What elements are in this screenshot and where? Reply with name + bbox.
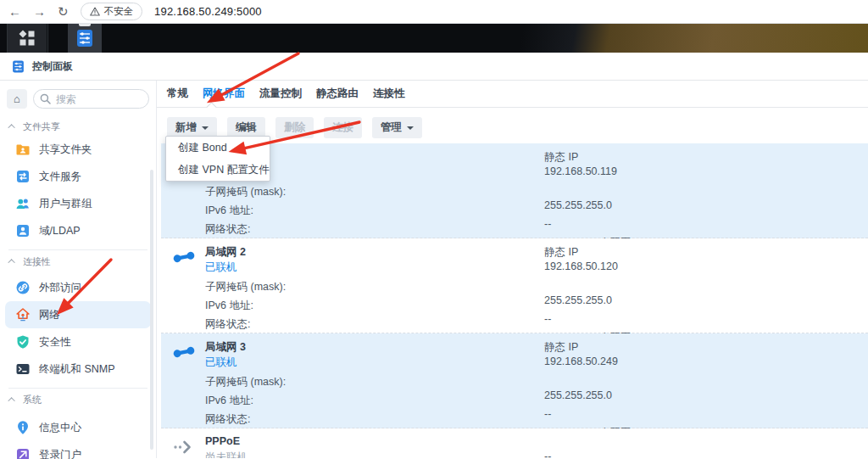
sidebar-item-network[interactable]: 网络	[5, 301, 151, 328]
interface-row-lan2[interactable]: 局域网 2 已联机 子网掩码 (mask): IPv6 地址: 网络状态: 静态…	[161, 238, 868, 333]
section-label: 文件共享	[23, 120, 60, 133]
ipv6-label: IPv6 地址:	[205, 296, 286, 315]
interface-status-link[interactable]: 已联机	[205, 260, 237, 275]
main-menu-button[interactable]	[8, 24, 47, 53]
sidebar-item-security[interactable]: 安全性	[5, 328, 151, 355]
taskbar-divider	[47, 24, 48, 53]
ip-value: 192.168.50.119	[544, 165, 687, 182]
sidebar-item-label: 终端机和 SNMP	[39, 362, 115, 377]
shared-folder-icon	[15, 142, 31, 157]
add-dropdown-menu: 创建 Bond 创建 VPN 配置文件	[165, 136, 270, 182]
ipv6-value: --	[544, 310, 687, 328]
browser-forward-icon[interactable]: →	[33, 5, 46, 18]
field-values: 静态 IP 192.168.50.249 255.255.255.0 -- 25…	[544, 340, 687, 442]
sidebar-item-label: 安全性	[39, 335, 71, 350]
sidebar-item-terminal-snmp[interactable]: 终端机和 SNMP	[5, 355, 151, 383]
tab-traffic-control[interactable]: 流量控制	[259, 87, 302, 101]
sidebar-item-info-center[interactable]: 信息中心	[5, 414, 151, 441]
sidebar-item-label: 外部访问	[39, 281, 81, 295]
apps-grid-icon	[18, 29, 36, 48]
net-status-label: 网络状态:	[205, 410, 286, 428]
manage-button[interactable]: 管理	[372, 117, 422, 138]
section-label: 连接性	[23, 255, 51, 268]
sidebar-item-file-services[interactable]: 文件服务	[5, 163, 151, 190]
ip-value: 192.168.50.249	[544, 355, 687, 372]
active-app-indicator	[79, 24, 91, 26]
window-titlebar: 控制面板	[0, 53, 868, 81]
sidebar-item-label: 登录门户	[39, 448, 81, 459]
site-security-chip[interactable]: 不安全	[81, 3, 143, 20]
mask-value: 255.255.255.0	[544, 291, 687, 310]
field-labels: 子网掩码 (mask): IPv6 地址: 网络状态:	[205, 372, 286, 428]
taskbar-control-panel-button[interactable]	[68, 24, 102, 53]
mask-label: 子网掩码 (mask):	[205, 277, 286, 296]
control-panel-icon	[11, 59, 25, 74]
section-label: 系统	[23, 394, 42, 406]
security-icon	[15, 334, 31, 350]
caret-down-icon	[407, 126, 414, 130]
sidebar-item-login-portal[interactable]: 登录门户	[5, 441, 151, 459]
active-tab-notch	[206, 102, 217, 113]
connect-button-label: 连接	[332, 120, 353, 135]
address-bar-url[interactable]: 192.168.50.249:5000	[154, 5, 262, 18]
sidebar-section-file-sharing[interactable]: 文件共享	[0, 117, 156, 136]
sidebar-section-system[interactable]: 系统	[0, 390, 156, 409]
ipv6-label: IPv6 地址:	[205, 391, 286, 410]
chevron-up-icon	[8, 259, 14, 266]
lan-connection-icon	[171, 344, 197, 361]
terminal-snmp-icon	[15, 361, 31, 377]
interface-row-pppoe[interactable]: PPPoE 尚未联机 --	[161, 428, 868, 458]
ipv6-label: IPv6 地址:	[205, 201, 286, 220]
security-label: 不安全	[104, 5, 134, 18]
interface-name: PPPoE	[205, 435, 240, 447]
browser-toolbar: ← → ↻ 不安全 192.168.50.249:5000	[0, 0, 868, 24]
sidebar-section-connectivity[interactable]: 连接性	[0, 252, 156, 271]
tab-network-interface[interactable]: 网络界面	[203, 87, 245, 101]
window-title: 控制面板	[32, 59, 73, 74]
sidebar-divider	[8, 249, 147, 250]
sidebar-item-shared-folder[interactable]: 共享文件夹	[5, 136, 151, 163]
sidebar: ⌂ 文件共享	[0, 81, 157, 458]
interface-status: 尚未联机	[205, 451, 248, 458]
file-service-icon	[15, 169, 31, 184]
browser-back-icon[interactable]: ←	[8, 5, 21, 18]
ip-type-value: 静态 IP	[544, 245, 687, 260]
interface-name: 局域网 2	[205, 245, 246, 260]
ipv6-value: --	[544, 405, 687, 423]
home-button[interactable]: ⌂	[7, 89, 27, 109]
ip-type-value: 静态 IP	[544, 150, 687, 165]
login-portal-icon	[15, 447, 31, 459]
browser-reload-icon[interactable]: ↻	[58, 5, 69, 18]
edit-button-label: 编辑	[236, 120, 257, 135]
control-panel-window: 控制面板 ⌂	[0, 53, 868, 459]
sidebar-item-external-access[interactable]: 外部访问	[5, 274, 151, 301]
sidebar-item-users-groups[interactable]: 用户与群组	[5, 190, 151, 217]
manage-button-label: 管理	[381, 120, 402, 135]
field-values: 静态 IP 192.168.50.119 255.255.255.0 -- 10…	[544, 150, 687, 252]
field-labels: 子网掩码 (mask): IPv6 地址: 网络状态:	[205, 277, 286, 333]
menu-item-create-bond[interactable]: 创建 Bond	[166, 137, 270, 159]
ip-value: 192.168.50.120	[544, 260, 687, 277]
ip-type-value: 静态 IP	[544, 340, 687, 355]
interface-row-lan3[interactable]: 局域网 3 已联机 子网掩码 (mask): IPv6 地址: 网络状态: 静态…	[161, 333, 868, 428]
sidebar-scrollbar[interactable]	[150, 170, 153, 450]
interface-status-link[interactable]: 已联机	[205, 355, 237, 370]
menu-item-create-vpn-profile[interactable]: 创建 VPN 配置文件	[166, 159, 270, 181]
sidebar-item-label: 文件服务	[39, 170, 81, 184]
caret-down-icon	[202, 126, 209, 130]
net-status-label: 网络状态:	[205, 220, 286, 238]
sidebar-item-label: 用户与群组	[39, 197, 92, 211]
add-button-label: 新增	[175, 120, 197, 135]
search-icon	[40, 93, 51, 104]
mask-value: 255.255.255.0	[544, 386, 687, 405]
info-center-icon	[15, 420, 31, 435]
sidebar-item-domain-ldap[interactable]: 域/LDAP	[5, 217, 151, 244]
tab-general[interactable]: 常规	[167, 87, 188, 101]
tab-connectivity[interactable]: 连接性	[373, 87, 405, 101]
chevron-up-icon	[8, 124, 14, 131]
tab-static-route[interactable]: 静态路由	[316, 87, 359, 101]
pppoe-icon	[171, 439, 197, 456]
delete-button: 删除	[275, 117, 314, 138]
mask-value: 255.255.255.0	[544, 196, 687, 215]
sidebar-item-label: 网络	[39, 308, 60, 322]
